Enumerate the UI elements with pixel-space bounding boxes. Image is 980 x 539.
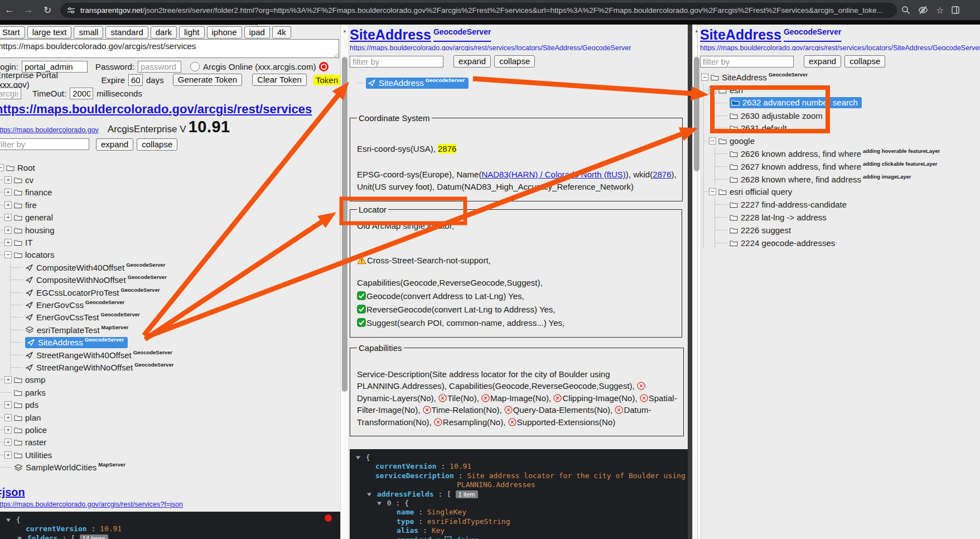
- examples-collapse-button[interactable]: collapse: [844, 55, 885, 68]
- tree-node-housing[interactable]: +housing: [0, 224, 340, 236]
- tree-node-esri-official-query[interactable]: −esri official query: [704, 186, 980, 199]
- reload-icon[interactable]: ↻: [38, 4, 57, 16]
- expand-node-icon[interactable]: +: [4, 376, 12, 383]
- inline-link[interactable]: NAD83(HARN) / Colorado North (ftUS): [481, 170, 625, 179]
- detail-expand-button[interactable]: expand: [453, 55, 491, 68]
- bookmark-star-icon[interactable]: ☆: [936, 5, 944, 16]
- tree-node-energovcsstest[interactable]: EnerGovCssTestGeocodeServer: [11, 311, 340, 324]
- search-field[interactable]: [0, 88, 21, 99]
- tree-node-streetrangewith40offset[interactable]: StreetRangeWith40OffsetGeocodeServer: [11, 349, 340, 361]
- view-button-iphone[interactable]: iphone: [207, 26, 242, 38]
- expand-node-icon[interactable]: +: [4, 239, 12, 246]
- view-button-4k[interactable]: 4k: [272, 26, 291, 38]
- view-button-large-text[interactable]: large text: [27, 26, 72, 38]
- tree-node-compositewithnooffset[interactable]: CompositeWithNoOffsetGeocodeServer: [11, 274, 340, 286]
- inline-link[interactable]: 2876: [653, 170, 671, 179]
- site-settings-icon[interactable]: [67, 6, 75, 15]
- tree-node-energovcss[interactable]: EnerGovCssGeocodeServer: [11, 299, 340, 311]
- arcgis-online-radio[interactable]: [190, 62, 200, 71]
- tree-node-cv[interactable]: +cv: [0, 174, 340, 186]
- expand-node-icon[interactable]: +: [4, 214, 12, 221]
- expand-button[interactable]: expand: [96, 138, 133, 151]
- json-format-url[interactable]: https://maps.bouldercolorado.gov/arcgis/…: [0, 501, 183, 508]
- json-format-link[interactable]: =json: [0, 486, 25, 499]
- tree-node-fire[interactable]: +fire: [0, 199, 340, 211]
- url-bar[interactable]: transparentgov.net/json2tree/esri/server…: [60, 3, 897, 18]
- tree-node-egcsslocatorprotest[interactable]: EGCssLocatorProTestGeocodeServer: [11, 286, 340, 299]
- collapse-button[interactable]: collapse: [137, 138, 177, 151]
- view-button-standard[interactable]: standard: [105, 26, 148, 38]
- view-button-Start[interactable]: Start: [0, 26, 25, 38]
- tree-node-raster[interactable]: +raster: [0, 436, 340, 449]
- view-button-light[interactable]: light: [179, 26, 205, 38]
- tree-node-2628-known-where-find-address[interactable]: 2628 known where, find addressadding ima…: [715, 173, 980, 186]
- expand-node-icon[interactable]: +: [4, 451, 12, 459]
- tree-node-locators[interactable]: −locators: [0, 249, 340, 261]
- eye-slash-icon[interactable]: [918, 6, 928, 15]
- tree-node-root[interactable]: −Root: [0, 161, 340, 174]
- examples-expand-button[interactable]: expand: [804, 55, 841, 68]
- tree-node-2224-geocode-addresses[interactable]: 2224 geocode-addresses: [715, 237, 980, 249]
- collapse-node-icon[interactable]: −: [709, 188, 716, 195]
- expand-node-icon[interactable]: +: [4, 439, 12, 446]
- services-root-link[interactable]: https://maps.bouldercolorado.gov/arcgis/…: [0, 102, 312, 117]
- expand-node-icon[interactable]: +: [4, 176, 12, 184]
- view-button-small[interactable]: small: [74, 26, 103, 38]
- tree-node-police[interactable]: +police: [0, 424, 340, 436]
- side-panel-icon[interactable]: [952, 6, 959, 14]
- forward-icon[interactable]: →: [19, 4, 38, 16]
- tree-node-finance[interactable]: +finance: [0, 186, 340, 199]
- expand-node-icon[interactable]: +: [4, 201, 12, 209]
- expand-node-icon[interactable]: +: [4, 401, 12, 408]
- clear-token-button[interactable]: Clear Token: [252, 74, 307, 86]
- tree-node-pds[interactable]: +pds: [0, 398, 340, 411]
- expire-input[interactable]: [128, 74, 143, 86]
- resize-grip-icon[interactable]: ◿: [334, 52, 338, 57]
- tree-node-siteaddress[interactable]: SiteAddressGeocodeServer: [11, 336, 340, 348]
- expand-node-icon[interactable]: +: [4, 414, 12, 421]
- generate-token-button[interactable]: Generate Token: [173, 74, 242, 86]
- view-button-dark[interactable]: dark: [151, 26, 177, 38]
- expand-node-icon[interactable]: +: [4, 227, 12, 234]
- tree-node-esritemplatetest[interactable]: esriTemplateTestMapServer: [11, 324, 340, 336]
- password-input[interactable]: [138, 61, 181, 73]
- tree-node-osmp[interactable]: +osmp: [0, 374, 340, 386]
- tree-node-2226-suggest[interactable]: 2226 suggest: [715, 224, 980, 237]
- tree-node-compositewith40offset[interactable]: CompositeWith40OffsetGeocodeServer: [11, 261, 340, 273]
- tree-node-siteaddress[interactable]: SiteAddressGeocodeServer: [355, 76, 688, 89]
- tree-node-2631-default[interactable]: 2631 default: [715, 122, 980, 135]
- tree-node-2626-known-address-find-where[interactable]: 2626 known address, find whereadding hov…: [715, 147, 980, 160]
- back-icon[interactable]: ←: [0, 4, 19, 16]
- tree-node-general[interactable]: +general: [0, 211, 340, 224]
- tree-node-2630-adjustable-zoom[interactable]: 2630 adjustable zoom: [715, 109, 980, 122]
- tree-node-2627-known-address-find-where[interactable]: 2627 known address, find whereadding cli…: [715, 160, 980, 173]
- service-url-link[interactable]: https://maps.bouldercolorado.gov/arcgis/…: [350, 44, 631, 51]
- service-url-input[interactable]: https://maps.bouldercolorado.gov/arcgis/…: [0, 39, 339, 58]
- view-button-ipad[interactable]: ipad: [244, 26, 270, 38]
- tree-node-sampleworldcities[interactable]: SampleWorldCitiesMapServer: [0, 461, 340, 473]
- tree-node-plan[interactable]: +plan: [0, 411, 340, 424]
- tree-node-2228-lat-lng-address[interactable]: 2228 lat-lng -> address: [715, 211, 980, 224]
- tree-node-2227-find-address-candidate[interactable]: 2227 find-address-candidate: [715, 198, 980, 211]
- expand-node-icon[interactable]: +: [4, 189, 12, 196]
- examples-filter-input[interactable]: [700, 56, 794, 68]
- tree-node-it[interactable]: +IT: [0, 236, 340, 248]
- search-icon[interactable]: [901, 6, 910, 15]
- left-scrollbar[interactable]: [340, 25, 349, 539]
- collapse-node-icon[interactable]: −: [701, 74, 708, 81]
- tree-node-streetrangewithnooffset[interactable]: StreetRangeWithNoOffsetGeocodeServer: [11, 361, 340, 373]
- collapse-node-icon[interactable]: −: [4, 251, 12, 258]
- collapse-node-icon[interactable]: −: [709, 86, 716, 94]
- collapse-node-icon[interactable]: −: [709, 137, 716, 145]
- tree-node-google[interactable]: −google: [704, 134, 980, 147]
- expand-node-icon[interactable]: +: [4, 426, 12, 434]
- tree-node-esri[interactable]: −esri: [704, 84, 980, 97]
- tree-node-2632-advanced-number-search[interactable]: 2632 advanced number search: [715, 97, 980, 109]
- tree-node-utilities[interactable]: +Utilities: [0, 449, 340, 461]
- tree-node-parks[interactable]: parks: [0, 386, 340, 398]
- examples-url-link[interactable]: https://maps.bouldercolorado.gov/arcgis/…: [700, 44, 980, 51]
- host-link[interactable]: https://maps.bouldercolorado.gov: [0, 126, 99, 134]
- detail-filter-input[interactable]: [350, 56, 443, 68]
- detail-collapse-button[interactable]: collapse: [494, 55, 535, 68]
- scroll-up-icon[interactable]: [341, 25, 349, 33]
